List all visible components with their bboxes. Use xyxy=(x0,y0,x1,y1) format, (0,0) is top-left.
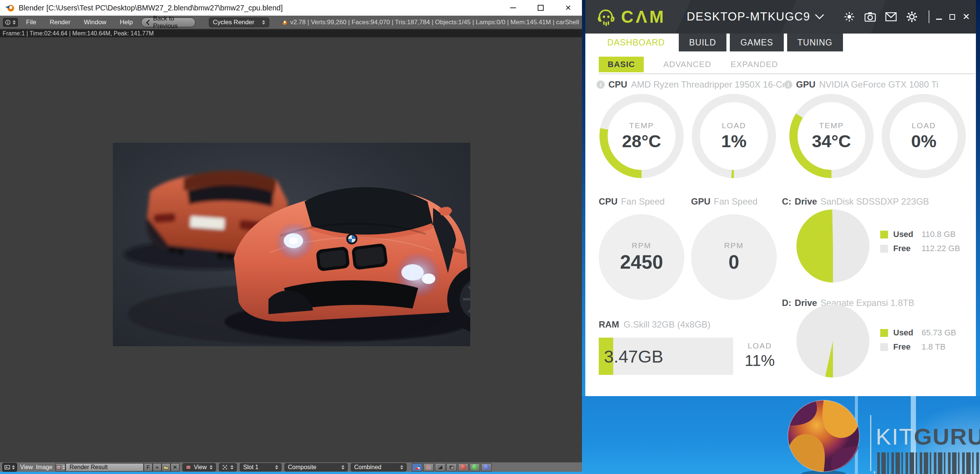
menu-render[interactable]: Render xyxy=(44,19,76,26)
draw-channel-buttons xyxy=(412,463,492,471)
legend-free-row: Free 1.8 TB xyxy=(880,342,956,352)
feedback-mail-icon[interactable] xyxy=(885,11,897,22)
menu-help[interactable]: Help xyxy=(115,19,138,26)
cpu-load-value: 1% xyxy=(721,131,746,151)
gpu-temp-gauge: TEMP34°C xyxy=(789,94,873,178)
rgb-channel-icon xyxy=(414,465,420,470)
image-editor-header: View Image Render Result F + ✕ Vi xyxy=(0,462,582,472)
checker-icon xyxy=(426,465,431,469)
cpu-label: CPU xyxy=(608,79,627,90)
tab-tuning[interactable]: TUNING xyxy=(787,34,843,51)
cam-close-button[interactable]: ✕ xyxy=(963,11,970,22)
cpu-rpm-value: 2450 xyxy=(620,251,663,273)
tab-games[interactable]: GAMES xyxy=(730,34,783,51)
blender-info-header: File Render Window Help Back to Previous… xyxy=(0,16,582,29)
image-icon xyxy=(56,465,61,469)
gpu-temp-label: TEMP xyxy=(819,121,844,130)
gpu-load-label: LOAD xyxy=(912,121,936,130)
editor-type-selector[interactable] xyxy=(3,18,18,27)
drive-c-legend: Used 110.8 GB Free 112.22 GB xyxy=(880,230,960,254)
blue-channel-button[interactable] xyxy=(481,463,492,471)
cpu-temp-label: TEMP xyxy=(629,121,654,130)
render-result-image xyxy=(113,143,470,346)
subtab-advanced[interactable]: ADVANCED xyxy=(663,57,711,72)
maximize-button[interactable] xyxy=(527,0,554,16)
subtab-basic[interactable]: BASIC xyxy=(599,57,644,72)
cam-header-bar: CΛM DESKTOP-MTKUGC9 xyxy=(585,0,976,34)
cam-header-icons xyxy=(844,10,931,23)
brightness-icon[interactable] xyxy=(844,11,855,22)
zbuffer-channel-button[interactable] xyxy=(435,463,445,471)
cpu-title: i CPU AMD Ryzen Threadripper 1950X 16-Co… xyxy=(597,78,784,91)
legend-used-row: Used 65.73 GB xyxy=(880,328,956,338)
drive-d-pie-chart xyxy=(796,305,869,377)
gpu-title: i GPU NVIDIA GeForce GTX 1080 Ti xyxy=(784,78,972,91)
render-pin-button[interactable] xyxy=(219,463,237,471)
layer-channel-button[interactable] xyxy=(446,463,457,471)
folder-icon xyxy=(164,465,169,469)
render-engine-select[interactable]: Cycles Render xyxy=(209,18,269,27)
unlink-image-button[interactable]: ✕ xyxy=(170,463,180,471)
new-image-button[interactable]: + xyxy=(153,463,162,471)
hardware-names-row: i CPU AMD Ryzen Threadripper 1950X 16-Co… xyxy=(585,78,976,91)
gpu-fan-rpm-circle: RPM 0 xyxy=(691,214,777,300)
image-editor-viewport[interactable] xyxy=(0,37,582,462)
color-alpha-channel-button[interactable] xyxy=(412,463,422,471)
header-separator xyxy=(929,10,929,23)
ram-used-value: 3.47GB xyxy=(604,338,663,375)
settings-gear-icon[interactable] xyxy=(906,11,918,22)
cpu-load-label: LOAD xyxy=(722,121,746,130)
kitguru-guru-text: GURU xyxy=(914,424,980,449)
gpu-label: GPU xyxy=(796,79,815,90)
cam-maximize-button[interactable] xyxy=(950,14,955,20)
image-icon xyxy=(186,465,191,469)
fake-user-button[interactable]: F xyxy=(144,463,153,471)
kitguru-barcode-1: 1 xyxy=(873,470,876,474)
render-tree-select[interactable]: Composite xyxy=(285,463,348,471)
slot-select[interactable]: Slot 1 xyxy=(240,463,282,471)
gpu-rpm-label: RPM xyxy=(724,241,744,250)
minimize-button[interactable] xyxy=(499,0,527,16)
free-swatch xyxy=(880,245,888,253)
green-sphere-icon xyxy=(472,464,478,470)
footer-menu-view[interactable]: View xyxy=(20,464,33,471)
host-selector[interactable]: DESKTOP-MTKUGC9 xyxy=(687,10,824,24)
editor-type-selector[interactable] xyxy=(2,463,17,472)
kitguru-brand: KITGURU xyxy=(876,423,980,450)
render-pass-select[interactable]: Combined xyxy=(351,463,407,471)
open-image-button[interactable] xyxy=(162,463,170,471)
tab-dashboard[interactable]: DASHBOARD xyxy=(597,34,675,51)
info-icon[interactable]: i xyxy=(597,80,605,89)
close-button[interactable]: ✕ xyxy=(554,0,582,16)
used-swatch xyxy=(880,329,888,337)
legend-used-row: Used 110.8 GB xyxy=(880,230,960,239)
cam-robot-icon xyxy=(597,7,616,26)
back-to-previous-button[interactable]: Back to Previous xyxy=(141,18,196,27)
dashboard-panel: BASIC ADVANCED EXPANDED i CPU AMD Ryzen … xyxy=(585,51,976,396)
green-channel-button[interactable] xyxy=(469,463,480,471)
cpu-fan-rpm-circle: RPM 2450 xyxy=(599,214,684,300)
alpha-channel-button[interactable] xyxy=(423,463,434,471)
menu-window[interactable]: Window xyxy=(79,19,111,26)
drive-c-pie-chart xyxy=(796,209,869,282)
gpu-name: NVIDIA GeForce GTX 1080 Ti xyxy=(819,79,938,90)
gradient-slope-icon xyxy=(438,465,443,469)
layers-icon xyxy=(449,465,454,469)
red-channel-button[interactable] xyxy=(458,463,468,471)
tab-build[interactable]: BUILD xyxy=(679,34,727,51)
cpu-temp-gauge: TEMP28°C xyxy=(600,94,684,178)
footer-menu-image[interactable]: Image xyxy=(36,464,52,471)
cam-window: CΛM DESKTOP-MTKUGC9 xyxy=(585,0,976,396)
subtab-expanded[interactable]: EXPANDED xyxy=(730,57,778,72)
gpu-fan-title: GPUFan Speed xyxy=(691,196,757,207)
menu-file[interactable]: File xyxy=(21,19,41,26)
screenshot-camera-icon[interactable] xyxy=(865,11,876,22)
view-mode-select[interactable]: View xyxy=(183,463,216,471)
image-name-field[interactable]: Render Result xyxy=(65,463,144,471)
gpu-load-value: 0% xyxy=(911,131,936,151)
cam-minimize-button[interactable] xyxy=(936,19,942,20)
ram-load: LOAD 11% xyxy=(745,342,775,370)
render-target-icon xyxy=(222,465,228,470)
browse-image-button[interactable] xyxy=(56,463,65,471)
info-icon[interactable]: i xyxy=(784,80,792,89)
